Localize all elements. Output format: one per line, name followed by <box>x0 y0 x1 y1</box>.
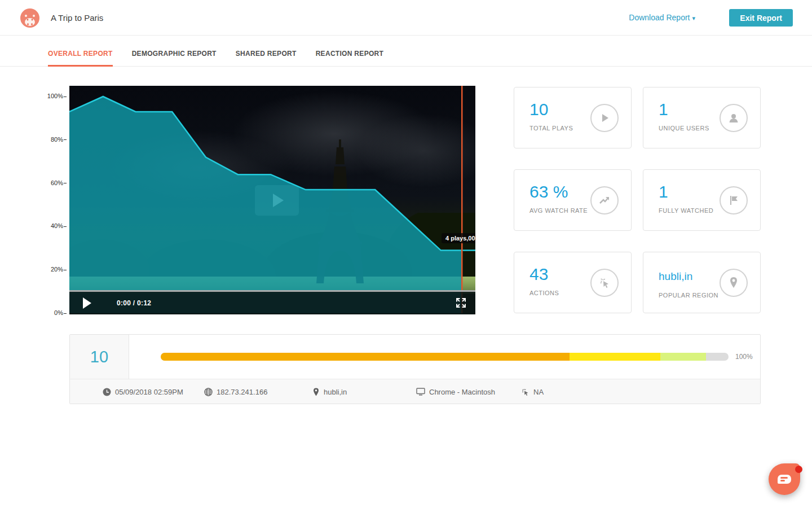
exit-report-button[interactable]: Exit Report <box>729 9 793 27</box>
watch-bar-segment <box>161 353 570 361</box>
user-icon <box>720 104 748 132</box>
watch-bar-segment <box>660 353 706 361</box>
stat-value: 43 <box>529 265 548 284</box>
stat-label: FULLY WATCHED <box>659 207 713 214</box>
session-play-count: 10 <box>70 335 129 379</box>
chat-bubble-icon <box>778 475 791 484</box>
stat-value: 63 % <box>529 182 568 202</box>
page-title: A Trip to Paris <box>51 0 103 36</box>
chart-tooltip: 4 plays,00: <box>442 233 475 243</box>
watch-bar-track <box>161 353 729 361</box>
stat-value: 10 <box>529 100 548 119</box>
stat-value: 1 <box>659 100 668 119</box>
meta-location: hubli,in <box>312 379 347 404</box>
report-page: A Trip to Paris Download Report▾ Exit Re… <box>0 0 812 508</box>
session-progress-row: 10 100% <box>70 335 760 379</box>
video-player[interactable]: 4 plays,00: 0:00 / 0:12 <box>69 86 475 314</box>
meta-browser-os: Chrome - Macintosh <box>416 379 495 404</box>
fullscreen-icon[interactable] <box>456 297 466 308</box>
stat-card-actions: 43 ACTIONS <box>514 252 632 313</box>
session-bar-area: 100% <box>129 335 760 379</box>
play-session-row: 10 100% 05/09/2018 02:59PM 182.73.241.16… <box>69 334 761 404</box>
report-tabbar: OVERALL REPORT DEMOGRAPHIC REPORT SHARED… <box>0 36 812 67</box>
play-button[interactable] <box>83 297 91 309</box>
trend-up-icon <box>590 186 619 214</box>
y-axis-tick: 100% <box>33 93 67 99</box>
stat-label: UNIQUE USERS <box>659 125 709 132</box>
cursor-click-icon <box>521 388 529 396</box>
watch-rate-chart <box>69 86 475 314</box>
stat-label: ACTIONS <box>529 290 559 296</box>
stat-value: hubli,in <box>659 270 692 283</box>
stat-label: TOTAL PLAYS <box>529 125 573 132</box>
stat-label: AVG WATCH RATE <box>529 207 588 214</box>
tab-demographic-report[interactable]: DEMOGRAPHIC REPORT <box>132 36 217 67</box>
chart-y-axis: 100%80%60%40%20%0% <box>33 86 67 314</box>
stat-card-avg-watch-rate: 63 % AVG WATCH RATE <box>514 169 632 231</box>
header: A Trip to Paris Download Report▾ Exit Re… <box>0 0 812 36</box>
globe-icon <box>204 388 213 396</box>
meta-timestamp: 05/09/2018 02:59PM <box>103 379 183 404</box>
tab-overall-report[interactable]: OVERALL REPORT <box>48 36 113 67</box>
app-logo-icon <box>20 8 39 28</box>
stat-value: 1 <box>659 182 668 202</box>
chevron-down-icon: ▾ <box>692 15 695 21</box>
y-axis-tick: 40% <box>33 222 67 229</box>
cursor-click-icon <box>590 269 619 297</box>
location-pin-icon <box>312 388 320 396</box>
y-axis-tick: 60% <box>33 179 67 186</box>
download-report-button[interactable]: Download Report▾ <box>629 0 695 36</box>
video-time-display: 0:00 / 0:12 <box>117 299 151 307</box>
monitor-icon <box>416 388 425 396</box>
stat-card-total-plays: 10 TOTAL PLAYS <box>514 87 632 148</box>
session-meta-row: 05/09/2018 02:59PM 182.73.241.166 hubli,… <box>70 379 760 404</box>
play-icon <box>590 104 619 132</box>
tab-shared-report[interactable]: SHARED REPORT <box>236 36 297 67</box>
y-axis-tick: 20% <box>33 266 67 273</box>
chat-widget-button[interactable] <box>769 463 800 495</box>
stat-card-unique-users: 1 UNIQUE USERS <box>643 87 761 148</box>
stat-label: POPULAR REGION <box>659 292 718 299</box>
video-controls: 0:00 / 0:12 <box>69 290 475 314</box>
y-axis-tick: 80% <box>33 136 67 143</box>
meta-action-source: NA <box>521 379 544 404</box>
watch-bar-segment <box>570 353 660 361</box>
watch-percent-label: 100% <box>735 353 753 361</box>
chat-notification-dot <box>795 466 802 473</box>
stat-card-popular-region: hubli,in POPULAR REGION <box>643 252 761 313</box>
y-axis-tick: 0% <box>33 309 67 316</box>
location-pin-icon <box>720 269 748 297</box>
meta-ip-address: 182.73.241.166 <box>204 379 267 404</box>
stat-card-fully-watched: 1 FULLY WATCHED <box>643 169 761 231</box>
tab-reaction-report[interactable]: REACTION REPORT <box>316 36 384 67</box>
stats-grid: 10 TOTAL PLAYS 1 UNIQUE USERS 63 % AVG W… <box>514 87 761 313</box>
watch-area-fill <box>69 97 462 313</box>
clock-icon <box>103 388 111 396</box>
flag-icon <box>720 186 748 214</box>
